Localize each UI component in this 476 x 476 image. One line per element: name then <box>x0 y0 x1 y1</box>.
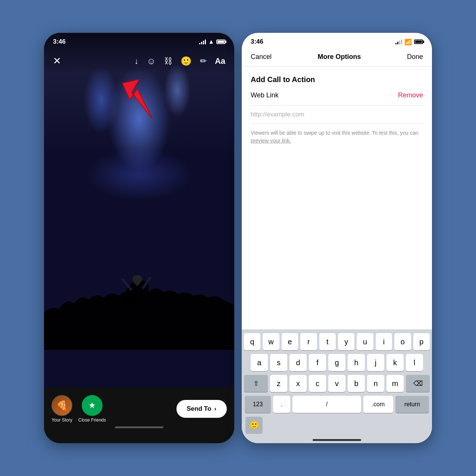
preview-link[interactable]: preview your link. <box>251 138 291 144</box>
right-time: 3:46 <box>251 38 263 46</box>
your-story-avatar: 🍕 <box>51 395 72 416</box>
bottom-icons-row: 🍕 Your Story ★ Close Friends Send To › <box>51 395 227 423</box>
crowd-silhouette <box>44 231 234 350</box>
return-key[interactable]: return <box>395 396 429 413</box>
content-area: Add Call to Action Web Link Remove http:… <box>242 66 432 145</box>
key-i[interactable]: i <box>376 333 392 350</box>
keyboard-row-3: ⇧ z x c v b n m ⌫ <box>244 375 430 392</box>
key-m[interactable]: m <box>386 375 404 392</box>
url-input-area[interactable]: http://example.com <box>251 105 423 124</box>
right-battery-icon <box>414 40 423 44</box>
emoji-add-icon[interactable]: ☺ <box>147 56 156 66</box>
your-story-label: Your Story <box>51 417 72 423</box>
send-to-button[interactable]: Send To › <box>176 400 227 418</box>
hint-main-text: Viewers will be able to swipe up to visi… <box>251 130 418 136</box>
keyboard-row-4: 123 . / .com return <box>244 396 430 413</box>
key-f[interactable]: f <box>309 354 326 371</box>
slash-key[interactable]: / <box>292 396 361 413</box>
close-friends-item[interactable]: ★ Close Friends <box>78 395 106 423</box>
numbers-key[interactable]: 123 <box>245 396 271 413</box>
key-z[interactable]: z <box>270 375 287 392</box>
cancel-button[interactable]: Cancel <box>251 53 272 61</box>
close-friends-icon: ★ <box>82 395 103 416</box>
nav-title: More Options <box>318 53 361 61</box>
home-indicator-left <box>115 426 163 428</box>
key-j[interactable]: j <box>367 354 384 371</box>
nav-bar: Cancel More Options Done <box>242 49 432 66</box>
key-u[interactable]: u <box>357 333 373 350</box>
key-l[interactable]: l <box>406 354 423 371</box>
web-link-row: Web Link Remove <box>251 91 423 99</box>
key-o[interactable]: o <box>394 333 411 350</box>
keyboard: q w e r t y u i o p a s d f g h j k <box>242 329 432 443</box>
key-d[interactable]: d <box>289 354 307 371</box>
section-title: Add Call to Action <box>251 75 423 84</box>
left-phone: 3:46 ▲ ✕ ↓ ☺ ⛓ 🙂 ✏ Aa <box>44 33 234 443</box>
left-toolbar: ✕ ↓ ☺ ⛓ 🙂 ✏ Aa <box>44 51 234 71</box>
send-to-arrow: › <box>214 405 216 413</box>
dotcom-key[interactable]: .com <box>363 396 393 413</box>
left-bottom-bar: 🍕 Your Story ★ Close Friends Send To › <box>44 388 234 443</box>
right-signal-icon <box>395 40 402 44</box>
key-k[interactable]: k <box>386 354 404 371</box>
left-status-bar: 3:46 ▲ <box>44 33 234 49</box>
left-status-icons: ▲ <box>199 38 225 45</box>
download-icon[interactable]: ↓ <box>134 56 138 66</box>
sticker-icon[interactable]: 🙂 <box>181 56 192 66</box>
key-s[interactable]: s <box>270 354 287 371</box>
key-w[interactable]: w <box>263 333 279 350</box>
close-icon[interactable]: ✕ <box>53 55 61 67</box>
red-arrow <box>119 78 163 128</box>
right-phone: 3:46 📶 Cancel More Options Done Add Call… <box>242 33 432 443</box>
right-wifi-icon: 📶 <box>404 38 412 46</box>
key-r[interactable]: r <box>300 333 317 350</box>
text-icon[interactable]: Aa <box>215 56 225 66</box>
key-x[interactable]: x <box>289 375 307 392</box>
keyboard-emoji-row: 🙂 <box>244 415 430 435</box>
key-v[interactable]: v <box>328 375 345 392</box>
wifi-icon: ▲ <box>208 38 214 45</box>
main-container: 3:46 ▲ ✕ ↓ ☺ ⛓ 🙂 ✏ Aa <box>33 22 443 454</box>
key-t[interactable]: t <box>319 333 336 350</box>
close-friends-label: Close Friends <box>78 417 106 423</box>
key-h[interactable]: h <box>348 354 365 371</box>
home-indicator-right <box>313 439 361 441</box>
hint-text: Viewers will be able to swipe up to visi… <box>251 129 423 145</box>
your-story-item[interactable]: 🍕 Your Story <box>51 395 72 423</box>
delete-key[interactable]: ⌫ <box>406 375 430 392</box>
key-q[interactable]: q <box>244 333 260 350</box>
send-to-label: Send To <box>187 405 212 413</box>
signal-icon <box>199 40 206 44</box>
battery-icon <box>216 40 225 44</box>
draw-icon[interactable]: ✏ <box>200 56 207 66</box>
remove-button[interactable]: Remove <box>398 91 423 99</box>
key-n[interactable]: n <box>367 375 384 392</box>
key-a[interactable]: a <box>251 354 268 371</box>
key-g[interactable]: g <box>328 354 345 371</box>
link-icon[interactable]: ⛓ <box>164 56 172 66</box>
keyboard-row-1: q w e r t y u i o p <box>244 333 430 350</box>
emoji-key[interactable]: 🙂 <box>245 417 263 434</box>
keyboard-row-2: a s d f g h j k l <box>244 354 430 371</box>
key-p[interactable]: p <box>413 333 430 350</box>
key-b[interactable]: b <box>348 375 365 392</box>
right-status-bar: 3:46 📶 <box>242 33 432 49</box>
web-link-label: Web Link <box>251 91 279 99</box>
shift-key[interactable]: ⇧ <box>244 375 268 392</box>
left-time: 3:46 <box>53 38 66 46</box>
period-key[interactable]: . <box>273 396 290 413</box>
done-button[interactable]: Done <box>407 53 423 61</box>
right-status-icons: 📶 <box>395 38 423 46</box>
key-y[interactable]: y <box>338 333 354 350</box>
url-placeholder: http://example.com <box>251 111 304 118</box>
key-c[interactable]: c <box>309 375 326 392</box>
key-e[interactable]: e <box>282 333 298 350</box>
